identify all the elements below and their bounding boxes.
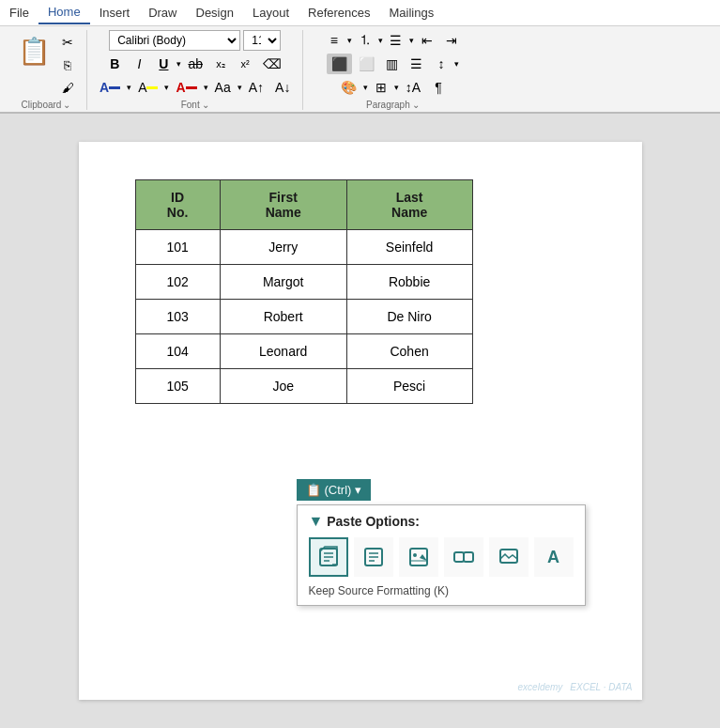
multilevel-list-button[interactable]: ☰ [385, 30, 407, 51]
paste-icon: 📋 [306, 483, 321, 497]
borders-button[interactable]: ⊞ [370, 77, 392, 98]
clear-formatting-button[interactable]: ⌫ [258, 54, 286, 74]
show-para-button[interactable]: ¶ [427, 77, 450, 98]
font-name-select[interactable]: Calibri (Body) [109, 30, 240, 51]
paste-ctrl-button[interactable]: 📋 (Ctrl) ▾ [297, 479, 372, 501]
paragraph-group: ≡ ▾ ⒈ ▾ ☰ ▾ ⇤ ⇥ ⬛ ⬜ ▥ ☰ ↕ [303, 30, 482, 110]
font-color-dropdown[interactable]: ▾ [127, 83, 131, 92]
table-row: 105 Joe Pesci [135, 369, 472, 404]
font-case-dropdown[interactable]: ▾ [237, 83, 242, 92]
font-label: Font [181, 98, 200, 110]
menu-home[interactable]: Home [38, 1, 90, 24]
menu-mailings[interactable]: Mailings [380, 2, 444, 23]
subscript-button[interactable]: x₂ [209, 54, 232, 74]
menu-draw[interactable]: Draw [139, 2, 186, 23]
menu-file[interactable]: File [0, 2, 38, 23]
increase-indent-button[interactable]: ⇥ [440, 30, 463, 51]
numbered-list-button[interactable]: ⒈ [354, 30, 376, 51]
sort-button[interactable]: ↕A [401, 77, 425, 98]
table-row: 101 Jerry Seinfeld [135, 230, 472, 265]
shading-button[interactable]: 🎨 [336, 77, 361, 98]
paste-opt-merge[interactable] [354, 537, 393, 577]
decrease-indent-button[interactable]: ⇤ [416, 30, 438, 51]
paste-opt-image[interactable] [489, 537, 529, 577]
paste-button[interactable]: 📋 [13, 30, 54, 71]
cell-id-2: 103 [135, 300, 220, 334]
shading-dropdown[interactable]: ▾ [363, 83, 368, 92]
font-size-select[interactable]: 11 [243, 30, 281, 51]
svg-rect-12 [464, 552, 473, 562]
paste-opt-link[interactable] [444, 537, 483, 577]
paste-opt-keep-source[interactable] [309, 537, 348, 577]
text-color-button[interactable]: A [171, 77, 201, 98]
paste-hint: Keep Source Formatting (K) [309, 584, 574, 597]
cut-button[interactable]: ✂ [56, 32, 79, 53]
clipboard-label: Clipboard [22, 98, 62, 110]
decrease-font-button[interactable]: A↓ [270, 77, 295, 98]
cell-last-2: De Niro [346, 300, 472, 334]
menu-insert[interactable]: Insert [90, 2, 140, 23]
paste-ctrl-label: (Ctrl) [325, 483, 352, 497]
paste-popup: 📋 (Ctrl) ▾ ▼ Paste Options: [297, 479, 586, 606]
bold-button[interactable]: B [103, 54, 126, 74]
cell-id-4: 105 [135, 369, 220, 404]
cell-first-3: Leonard [220, 334, 346, 369]
cell-id-3: 104 [135, 334, 220, 369]
superscript-button[interactable]: x² [234, 54, 256, 74]
align-left-button[interactable]: ⬛ [327, 54, 352, 74]
bullet-dropdown[interactable]: ▾ [347, 36, 352, 45]
col-first-name: FirstName [220, 180, 346, 230]
cell-first-0: Jerry [220, 230, 346, 265]
clipboard-expand-icon[interactable]: ⌄ [63, 98, 70, 110]
font-expand-icon[interactable]: ⌄ [202, 98, 209, 110]
align-center-button[interactable]: ⬜ [354, 54, 379, 74]
menu-references[interactable]: References [299, 2, 379, 23]
document-page: IDNo. FirstName LastName 101 Jerry Seinf… [79, 142, 642, 700]
align-right-button[interactable]: ▥ [381, 54, 404, 74]
paste-arrow-icon: ▼ [309, 513, 324, 529]
strikethrough-button[interactable]: ab [183, 54, 207, 74]
cell-last-1: Robbie [346, 265, 472, 300]
text-color-dropdown[interactable]: ▾ [204, 83, 208, 92]
paste-ctrl-dropdown-icon[interactable]: ▾ [355, 483, 361, 497]
cell-last-4: Pesci [346, 369, 472, 404]
menu-bar: File Home Insert Draw Design Layout Refe… [0, 0, 720, 26]
highlight-dropdown[interactable]: ▾ [164, 83, 169, 92]
font-case-button[interactable]: Aa [210, 77, 236, 98]
line-spacing-dropdown[interactable]: ▾ [454, 59, 459, 69]
copy-button[interactable]: ⎘ [56, 54, 79, 75]
numbered-dropdown[interactable]: ▾ [378, 36, 383, 45]
paste-dropdown: ▼ Paste Options: [297, 504, 586, 606]
cell-first-4: Joe [220, 369, 346, 404]
justify-button[interactable]: ☰ [406, 54, 428, 74]
watermark: exceldemy EXCEL · DATA [518, 682, 633, 692]
menu-layout[interactable]: Layout [243, 2, 299, 23]
paste-opt-picture[interactable] [399, 537, 438, 577]
data-table: IDNo. FirstName LastName 101 Jerry Seinf… [135, 179, 473, 404]
col-id: IDNo. [135, 180, 220, 230]
cell-first-2: Robert [220, 300, 346, 334]
paragraph-expand-icon[interactable]: ⌄ [412, 98, 420, 110]
menu-design[interactable]: Design [187, 2, 243, 23]
table-row: 104 Leonard Cohen [135, 334, 472, 369]
watermark-text: exceldemy [518, 682, 563, 692]
font-group: Calibri (Body) 11 B I U ▾ ab x₂ x² [87, 30, 303, 110]
line-spacing-button[interactable]: ↕ [430, 54, 452, 74]
increase-font-button[interactable]: A↑ [244, 77, 268, 98]
multilevel-dropdown[interactable]: ▾ [409, 36, 414, 45]
bullet-list-button[interactable]: ≡ [323, 30, 345, 51]
font-color-button[interactable]: A [95, 77, 125, 98]
watermark-sub: EXCEL · DATA [570, 682, 632, 692]
paragraph-label: Paragraph [366, 98, 410, 110]
underline-button[interactable]: U [152, 54, 175, 74]
svg-point-10 [413, 553, 417, 557]
paste-opt-text-only[interactable]: A [534, 537, 574, 577]
highlight-button[interactable]: A [133, 77, 162, 98]
italic-button[interactable]: I [128, 54, 150, 74]
cell-last-0: Seinfeld [346, 230, 472, 265]
format-painter-button[interactable]: 🖌 [56, 77, 79, 98]
borders-dropdown[interactable]: ▾ [394, 83, 399, 92]
underline-dropdown[interactable]: ▾ [176, 59, 181, 69]
ribbon: 📋 ✂ ⎘ 🖌 Clipboard ⌄ [0, 26, 720, 114]
svg-rect-11 [454, 552, 464, 562]
